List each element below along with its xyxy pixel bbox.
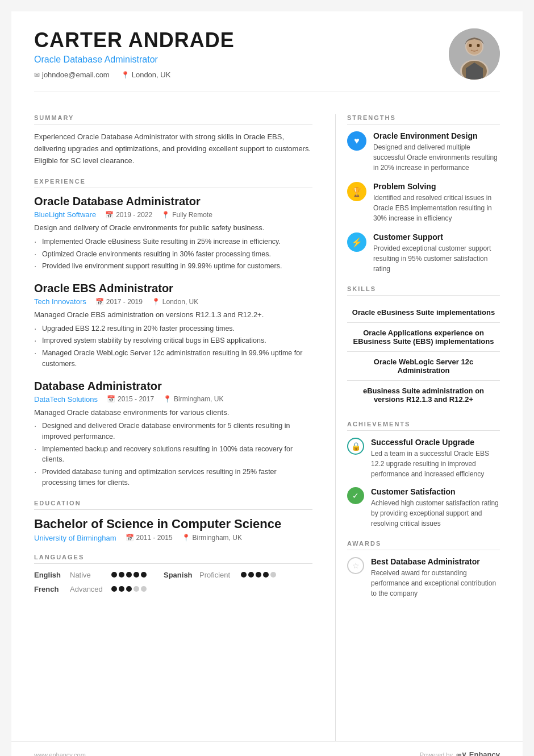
strength-title: Oracle Environment Design [373,131,500,140]
achievement-title: Customer Satisfaction [371,487,500,496]
lang-level: Proficient [199,571,236,579]
lang-name: French [34,585,65,593]
exp-company-1: BlueLight Software [34,210,96,219]
skills-container: Oracle eBusiness Suite implementationsOr… [347,302,500,409]
skill-item: eBusiness Suite administration on versio… [347,381,500,409]
edu-dates: 📅 2011 - 2015 [126,534,173,542]
calendar-icon-1: 📅 [105,211,114,219]
bullet-2-2: Improved system stability by resolving c… [34,335,312,346]
lang-dot [256,572,261,578]
exp-desc-2: Managed Oracle EBS administration on ver… [34,309,312,321]
location-icon: 📍 [121,71,130,79]
summary-title: SUMMARY [34,114,312,124]
strength-icon: ♥ [347,131,366,151]
award-desc: Received award for outstanding performan… [371,568,500,599]
achievement-content: Customer SatisfactionAchieved high custo… [371,487,500,529]
language-item: SpanishProficient [164,571,276,579]
strength-item: ♥Oracle Environment DesignDesigned and d… [347,131,500,173]
education-title: EDUCATION [34,500,312,510]
strengths-container: ♥Oracle Environment DesignDesigned and d… [347,131,500,274]
right-column: STRENGTHS ♥Oracle Environment DesignDesi… [335,114,500,741]
exp-item-3: Database Administrator DataTech Solution… [34,380,312,488]
lang-level: Native [70,571,107,579]
achievement-desc: Led a team in a successful Oracle EBS 12… [371,448,500,479]
lang-level: Advanced [70,585,107,593]
pin-icon-3: 📍 [163,395,172,403]
header-left: CARTER ANDRADE Oracle Database Administr… [34,28,235,79]
achievement-icon: ✓ [347,487,364,504]
edu-location: 📍 Birmingham, UK [182,534,242,542]
languages-grid: EnglishNativeSpanishProficientFrenchAdva… [34,571,312,593]
lang-dot [111,572,117,578]
bullet-1-3: Provided live environment support result… [34,261,312,272]
edu-school: University of Birmingham [34,534,116,542]
strength-title: Customer Support [373,232,500,242]
exp-location-2: 📍 London, UK [152,298,198,306]
language-item: EnglishNative [34,571,147,579]
strengths-title: STRENGTHS [347,114,500,124]
bullet-3-1: Designed and delivered Oracle database e… [34,421,312,442]
header: CARTER ANDRADE Oracle Database Administr… [11,11,523,91]
svg-point-3 [466,39,482,55]
exp-meta-3: DataTech Solutions 📅 2015 - 2017 📍 Birmi… [34,395,312,404]
skills-section: SKILLS Oracle eBusiness Suite implementa… [347,285,500,409]
footer: www.enhancv.com Powered by ∞∨ Enhancv [11,741,523,756]
lang-dot [126,586,132,592]
lang-dot [126,572,132,578]
bullet-2-3: Managed Oracle WebLogic Server 12c admin… [34,348,312,369]
bullet-3-2: Implemented backup and recovery solution… [34,444,312,466]
achievement-icon: 🔒 [347,438,364,455]
skill-item: Oracle Applications experience on EBusin… [347,323,500,352]
lang-dot [263,572,269,578]
strength-icon: ⚡ [347,232,366,252]
exp-item-1: Oracle Database Administrator BlueLight … [34,195,312,272]
lang-dot [141,586,147,592]
achievement-content: Successful Oracle UpgradeLed a team in a… [371,438,500,479]
exp-desc-3: Managed Oracle database environments for… [34,407,312,418]
exp-dates-1: 📅 2019 - 2022 [105,211,152,219]
pin-icon-edu: 📍 [182,534,190,542]
exp-company-2: Tech Innovators [34,297,86,306]
left-column: SUMMARY Experienced Oracle Database Admi… [34,114,335,741]
awards-title: AWARDS [347,540,500,550]
strength-content: Customer SupportProvided exceptional cus… [373,232,500,274]
languages-section: LANGUAGES EnglishNativeSpanishProficient… [34,554,312,593]
powered-by-text: Powered by [420,751,453,757]
lang-dot [134,586,139,592]
strength-content: Oracle Environment DesignDesigned and de… [373,131,500,173]
candidate-name: CARTER ANDRADE [34,28,235,52]
award-title: Best Database Administrator [371,557,500,566]
lang-dot [119,586,124,592]
award-content: Best Database AdministratorReceived awar… [371,557,500,599]
achievements-title: ACHIEVEMENTS [347,421,500,431]
exp-meta-1: BlueLight Software 📅 2019 - 2022 📍 Fully… [34,210,312,219]
calendar-icon-3: 📅 [107,395,115,403]
strength-title: Problem Solving [373,182,500,191]
svg-point-6 [477,44,480,47]
exp-bullets-1: Implemented Oracle eBusiness Suite resul… [34,236,312,272]
strengths-section: STRENGTHS ♥Oracle Environment DesignDesi… [347,114,500,274]
resume-body: SUMMARY Experienced Oracle Database Admi… [11,92,523,741]
exp-dates-3: 📅 2015 - 2017 [107,395,154,403]
avatar [449,28,500,80]
achievements-section: ACHIEVEMENTS 🔒Successful Oracle UpgradeL… [347,421,500,529]
exp-company-3: DataTech Solutions [34,395,98,404]
skills-title: SKILLS [347,285,500,296]
award-icon: ☆ [347,557,364,574]
pin-icon-2: 📍 [152,298,160,306]
lang-dots [111,586,147,592]
resume-page: CARTER ANDRADE Oracle Database Administr… [11,11,523,756]
achievement-title: Successful Oracle Upgrade [371,438,500,447]
strength-desc: Provided exceptional customer support re… [373,243,500,274]
lang-dot [134,572,139,578]
bullet-1-1: Implemented Oracle eBusiness Suite resul… [34,236,312,247]
job-title: Oracle Database Administrator [34,55,235,65]
experience-title: EXPERIENCE [34,178,312,188]
lang-name: English [34,571,65,579]
lang-dot [241,572,247,578]
exp-desc-1: Design and delivery of Oracle environmen… [34,222,312,234]
pin-icon-1: 📍 [161,211,170,219]
edu-degree: Bachelor of Science in Computer Science [34,517,312,531]
enhancv-logo: ∞∨ Enhancv [456,750,500,756]
achievements-container: 🔒Successful Oracle UpgradeLed a team in … [347,438,500,529]
